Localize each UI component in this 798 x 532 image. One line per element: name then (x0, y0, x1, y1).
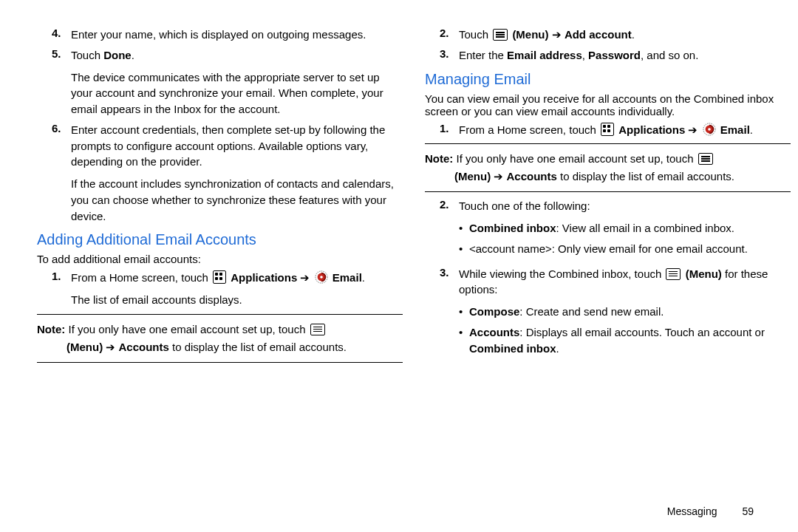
step-item: 5.Touch Done.The device communicates wit… (52, 47, 403, 117)
apps-icon (601, 123, 614, 136)
section-heading-managing-email: Managing Email (425, 71, 791, 88)
bullet-item: Accounts: Displays all email accounts. T… (459, 324, 791, 357)
intro-text: You can view email you receive for all a… (425, 92, 791, 117)
footer-section: Messaging (667, 505, 717, 517)
step-number: 5. (52, 47, 71, 60)
step-number: 4. (52, 27, 71, 39)
step-number: 1. (440, 122, 459, 134)
page-footer: Messaging 59 (667, 505, 754, 517)
step-number: 1. (52, 270, 71, 282)
step-list: 2.Touch (Menu) ➔ Add account.3.Enter the… (425, 27, 791, 64)
step-item: 2.Touch (Menu) ➔ Add account. (440, 27, 791, 43)
note-block: Note: If you only have one email account… (425, 143, 791, 192)
step-body: Enter account credentials, then complete… (71, 122, 403, 225)
step-number: 3. (440, 266, 459, 279)
step-number: 2. (440, 27, 459, 39)
note-block: Note: If you only have one email account… (37, 314, 403, 363)
step-item: 2.Touch one of the following:Combined in… (440, 198, 791, 261)
left-column: 4.Enter your name, which is displayed on… (37, 22, 403, 510)
step-body: Enter the Email address, Password, and s… (459, 47, 791, 64)
bullet-item: Combined inbox: View all email in a comb… (459, 220, 791, 236)
step-body: Touch (Menu) ➔ Add account. (459, 27, 791, 43)
intro-text: To add additional email accounts: (37, 253, 403, 265)
manual-page: 4.Enter your name, which is displayed on… (0, 0, 798, 517)
note-label: Note: (425, 152, 453, 165)
bullet-item: Compose: Create and send new email. (459, 304, 791, 320)
menu-icon (666, 268, 681, 280)
svg-point-2 (320, 276, 323, 279)
step-number: 2. (440, 198, 459, 211)
section-heading-adding-accounts: Adding Additional Email Accounts (37, 231, 403, 248)
right-column: 2.Touch (Menu) ➔ Add account.3.Enter the… (425, 22, 791, 510)
menu-icon (310, 324, 325, 335)
step-item: 3.While viewing the Combined inbox, touc… (440, 266, 791, 361)
bullet-item: <account name>: Only view email for one … (459, 241, 791, 257)
step-item: 1.From a Home screen, touch Applications… (52, 270, 403, 308)
step-item: 4.Enter your name, which is displayed on… (52, 27, 403, 43)
step-body: From a Home screen, touch Applications ➔… (459, 122, 791, 138)
footer-page-number: 59 (742, 505, 754, 517)
note-label: Note: (37, 323, 65, 335)
step-number: 6. (52, 122, 71, 134)
email-icon (703, 123, 716, 136)
step-item: 3.Enter the Email address, Password, and… (440, 47, 791, 64)
step-body: Enter your name, which is displayed on o… (71, 27, 403, 43)
step-list: 4.Enter your name, which is displayed on… (37, 27, 403, 224)
bullet-list: Compose: Create and send new email.Accou… (459, 304, 791, 356)
step-body: While viewing the Combined inbox, touch … (459, 266, 791, 361)
step-item: 1.From a Home screen, touch Applications… (440, 122, 791, 138)
email-icon (315, 270, 328, 284)
menu-icon (698, 153, 713, 165)
step-body: Touch one of the following:Combined inbo… (459, 198, 791, 261)
step-list: 1.From a Home screen, touch Applications… (37, 270, 403, 308)
step-list: 1.From a Home screen, touch Applications… (425, 122, 791, 138)
bullet-list: Combined inbox: View all email in a comb… (459, 220, 791, 257)
svg-point-5 (708, 128, 711, 131)
step-number: 3. (440, 47, 459, 60)
step-list: 2.Touch one of the following:Combined in… (425, 198, 791, 361)
step-item: 6.Enter account credentials, then comple… (52, 122, 403, 225)
apps-icon (213, 270, 226, 284)
menu-icon (493, 29, 508, 41)
step-body: From a Home screen, touch Applications ➔… (71, 270, 403, 308)
step-body: Touch Done.The device communicates with … (71, 47, 403, 117)
